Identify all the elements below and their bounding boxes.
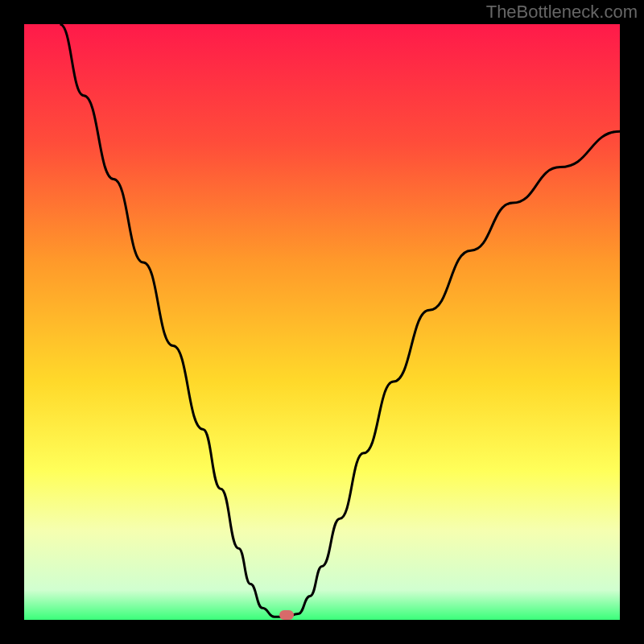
watermark-text: TheBottleneck.com [486,2,638,23]
chart-frame [24,24,620,620]
chart-curve [24,24,620,620]
optimal-point-marker [279,610,294,620]
